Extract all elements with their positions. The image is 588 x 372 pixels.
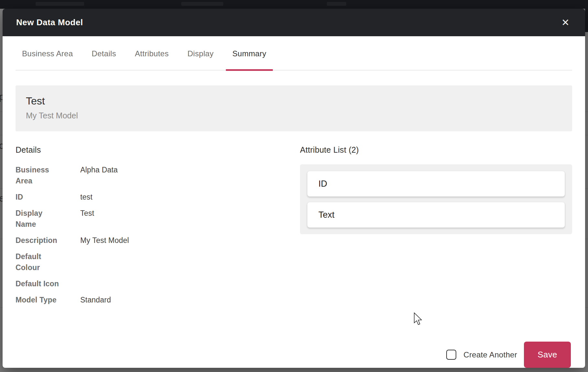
detail-label: Model Type [16, 294, 80, 305]
create-another-label[interactable]: Create Another [463, 350, 517, 359]
details-heading: Details [16, 145, 300, 155]
tab-business-area[interactable]: Business Area [16, 49, 79, 70]
detail-label: Description [16, 235, 80, 246]
save-button[interactable]: Save [524, 342, 571, 368]
detail-label: Business Area [16, 164, 80, 186]
tab-summary[interactable]: Summary [226, 49, 273, 70]
dialog-footer: Create Another Save [446, 342, 571, 368]
dimmed-topbar-item [181, 2, 223, 6]
detail-label: Default Colour [16, 251, 80, 273]
detail-value: Alpha Data [80, 164, 300, 186]
mouse-cursor-icon [414, 312, 423, 325]
detail-row-id: ID test [16, 191, 300, 202]
detail-label: Default Icon [16, 278, 80, 289]
dimmed-topbar-item [327, 2, 346, 6]
detail-value [80, 278, 300, 289]
model-name: Test [26, 95, 562, 107]
attribute-list-heading: Attribute List (2) [300, 145, 572, 155]
dimmed-topbar-item [36, 2, 84, 6]
detail-row-default-icon: Default Icon [16, 278, 300, 289]
dialog-title: New Data Model [16, 17, 83, 27]
dialog-body: Business Area Details Attributes Display… [3, 49, 585, 368]
dimmed-topbar-edge [585, 0, 588, 32]
model-description: My Test Model [26, 111, 562, 120]
detail-row-model-type: Model Type Standard [16, 294, 300, 305]
detail-value: test [80, 191, 300, 202]
detail-value [80, 251, 300, 273]
tab-bar: Business Area Details Attributes Display… [16, 49, 572, 71]
new-data-model-dialog: New Data Model ✕ Business Area Details A… [3, 9, 585, 368]
attribute-card-text[interactable]: Text [307, 202, 565, 228]
detail-value: Standard [80, 294, 300, 305]
detail-row-default-colour: Default Colour [16, 251, 300, 273]
model-summary-banner: Test My Test Model [16, 85, 572, 131]
detail-value: My Test Model [80, 235, 300, 246]
attribute-list-section: Attribute List (2) ID Text [300, 145, 572, 311]
tab-attributes[interactable]: Attributes [128, 49, 175, 70]
tab-display[interactable]: Display [181, 49, 220, 70]
create-another-checkbox[interactable] [446, 350, 456, 360]
dialog-header: New Data Model ✕ [3, 9, 585, 36]
attribute-card-id[interactable]: ID [307, 171, 565, 197]
details-section: Details Business Area Alpha Data ID test… [16, 145, 300, 311]
detail-row-display-name: Display Name Test [16, 208, 300, 230]
tab-details[interactable]: Details [85, 49, 122, 70]
close-icon[interactable]: ✕ [560, 16, 571, 29]
detail-label: ID [16, 191, 80, 202]
detail-row-description: Description My Test Model [16, 235, 300, 246]
detail-label: Display Name [16, 208, 80, 230]
attribute-list-panel: ID Text [300, 164, 572, 234]
dimmed-app-topbar [0, 0, 588, 9]
detail-value: Test [80, 208, 300, 230]
detail-row-business-area: Business Area Alpha Data [16, 164, 300, 186]
